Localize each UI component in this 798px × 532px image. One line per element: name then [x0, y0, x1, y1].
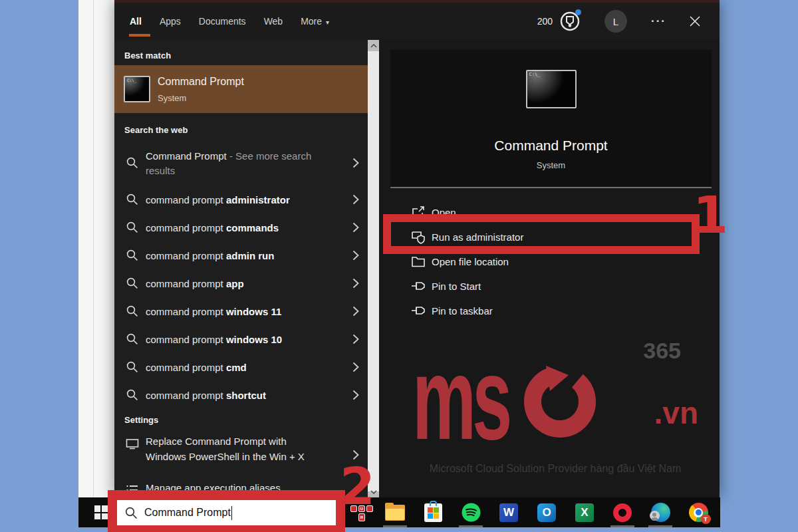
pin-icon [411, 279, 426, 293]
windows-logo-icon [94, 505, 108, 519]
annotation-step-2: 2 [340, 462, 375, 512]
action-pin-to-start[interactable]: Pin to Start [379, 273, 720, 298]
web-suggestion-row[interactable]: command prompt app [114, 269, 368, 297]
folder-location-icon [411, 254, 426, 269]
web-suggestion-row[interactable]: command prompt admin run [114, 241, 368, 269]
chevron-right-icon [352, 278, 359, 289]
window-border-line [93, 0, 94, 497]
tab-all[interactable]: All [130, 16, 142, 27]
search-filter-tabs: All Apps Documents Web More▾ [130, 3, 329, 40]
best-match-subtitle: System [158, 93, 186, 103]
search-icon [126, 277, 138, 289]
web-suggestion-row[interactable]: Command Prompt - See more search results [114, 141, 368, 185]
watermark-tagline: Microsoft Cloud Solution Provider hàng đ… [400, 463, 710, 475]
best-match-result[interactable]: C:\_ Command Prompt System [114, 65, 368, 113]
watermark-365-text: 365 [643, 338, 681, 364]
preview-subtitle: System [390, 160, 712, 170]
profile-avatar [650, 511, 660, 521]
annotation-box-run-as-admin [383, 214, 700, 254]
more-options-icon[interactable]: ··· [651, 15, 666, 28]
search-icon [125, 507, 138, 519]
preview-title: Command Prompt [390, 138, 712, 154]
search-icon [126, 221, 138, 233]
tab-more[interactable]: More▾ [301, 16, 329, 27]
settings-result-row[interactable]: Replace Command Prompt with Windows Powe… [114, 434, 368, 476]
search-web-label: Search the web [124, 125, 188, 135]
command-prompt-icon-large: C:\_ [526, 70, 577, 108]
tab-web[interactable]: Web [264, 16, 283, 27]
chevron-right-icon [352, 222, 359, 233]
chevron-right-icon [352, 390, 359, 400]
close-icon[interactable] [689, 15, 701, 27]
scroll-up-icon[interactable] [368, 40, 379, 51]
web-suggestion-row[interactable]: command prompt administrator [114, 186, 368, 213]
notification-dot [575, 9, 581, 15]
mso-watermark: ms 365 .vn Microsoft Cloud Solution Prov… [412, 334, 698, 473]
preview-pane: C:\_ Command Prompt System Open Run as a… [379, 40, 720, 497]
microsoft-store-icon[interactable] [422, 497, 444, 527]
watermark-vn-text: .vn [654, 395, 698, 431]
best-match-label: Best match [124, 51, 171, 61]
opera-icon[interactable] [612, 497, 633, 527]
chevron-right-icon [352, 334, 359, 344]
web-suggestion-row[interactable]: command prompt commands [114, 213, 368, 241]
search-icon [126, 333, 138, 345]
search-results-list: Best match C:\_ Command Prompt System Se… [114, 40, 368, 497]
tab-documents[interactable]: Documents [199, 16, 246, 27]
scrollbar-thumb[interactable] [368, 51, 379, 491]
settings-label: Settings [124, 415, 158, 425]
best-match-title: Command Prompt [158, 76, 244, 88]
watermark-o-arrow-icon [521, 360, 599, 439]
web-suggestion-row[interactable]: command prompt cmd [114, 353, 368, 381]
search-icon [126, 157, 138, 169]
chevron-right-icon [352, 194, 359, 205]
avatar[interactable]: L [604, 10, 627, 33]
tab-all-label: All [130, 16, 142, 27]
chevron-down-icon: ▾ [326, 19, 329, 26]
pin-icon [411, 303, 426, 318]
search-icon [126, 361, 138, 373]
text-caret [231, 506, 233, 520]
taskbar-pinned-icons: W O X T [384, 497, 709, 527]
web-suggestion-row[interactable]: command prompt windows 10 [114, 325, 368, 353]
rewards-medal-icon[interactable] [559, 11, 581, 32]
taskbar-search-input[interactable]: Command Prompt [117, 500, 336, 525]
action-pin-to-taskbar[interactable]: Pin to taskbar [379, 298, 720, 323]
edge-icon[interactable] [650, 497, 671, 527]
chevron-right-icon [352, 158, 359, 168]
app-preview-card: C:\_ Command Prompt System [390, 50, 712, 188]
web-suggestion-row[interactable]: command prompt shortcut [114, 381, 368, 409]
chevron-right-icon [352, 306, 359, 317]
chrome-icon[interactable]: T [688, 497, 709, 527]
search-query-text: Command Prompt [144, 507, 231, 519]
outlook-icon[interactable]: O [536, 497, 557, 527]
search-icon [126, 194, 138, 205]
results-scrollbar[interactable] [368, 40, 379, 497]
chrome-profile-badge: T [701, 514, 711, 524]
active-tab-underline [129, 34, 150, 37]
rewards-points: 200 [537, 16, 553, 27]
tab-apps[interactable]: Apps [160, 16, 181, 27]
chevron-right-icon [352, 250, 359, 261]
command-prompt-icon: C:\_ [124, 76, 150, 102]
chevron-right-icon [352, 362, 359, 372]
search-icon [126, 305, 138, 317]
web-suggestion-row[interactable]: command prompt windows 11 [114, 297, 368, 325]
topbar-right-cluster: 200 L ··· [537, 3, 701, 40]
search-icon [126, 389, 138, 401]
desktop: All Apps Documents Web More▾ 200 [0, 0, 798, 532]
search-icon [126, 249, 138, 261]
annotation-step-1: 1 [693, 190, 728, 241]
search-topbar: All Apps Documents Web More▾ 200 [114, 3, 720, 40]
word-icon[interactable]: W [498, 497, 519, 527]
watermark-ms-text: ms [412, 355, 509, 442]
spotify-icon[interactable] [460, 497, 481, 527]
excel-icon[interactable]: X [574, 497, 595, 527]
background-window-edge [78, 0, 114, 497]
file-explorer-icon[interactable] [384, 497, 406, 527]
annotation-box-search-field: Command Prompt [108, 490, 345, 532]
monitor-icon [126, 437, 139, 450]
